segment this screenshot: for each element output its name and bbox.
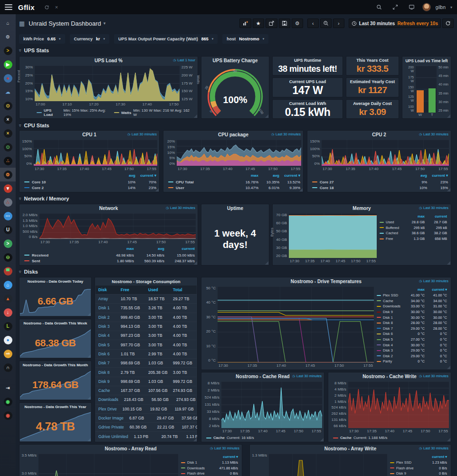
- save-button[interactable]: [279, 19, 290, 28]
- panel-time-override[interactable]: ◷Last 30 minutes: [419, 206, 448, 210]
- panel-time-override[interactable]: ◷Last 30 minutes: [292, 374, 322, 378]
- sidebar-item[interactable]: ▶: [0, 57, 16, 71]
- panel-time-override[interactable]: ◷Last 30 minutes: [419, 132, 448, 136]
- sidebar-item[interactable]: ⌂: [0, 16, 16, 30]
- search-icon[interactable]: [376, 4, 382, 10]
- ups-load-chart[interactable]: [35, 66, 180, 101]
- sidebar-item[interactable]: ∴: [0, 154, 16, 168]
- app-icon: >: [4, 239, 12, 248]
- panel-time-override[interactable]: ◷Last 30 minutes: [419, 374, 448, 378]
- panel-time-override[interactable]: ◷Last 1 hour: [173, 58, 195, 62]
- zoom-out-button[interactable]: [320, 19, 332, 28]
- panel-time-override[interactable]: ◷Last 30 minutes: [166, 206, 195, 210]
- close-icon[interactable]: ×: [55, 4, 58, 10]
- panel-ups-load: UPS Load % ◷Last 1 hour Percent 30%25%20…: [19, 56, 198, 119]
- sidebar-item[interactable]: ▼: [0, 181, 16, 195]
- legend-swatch: [206, 438, 211, 438]
- tv-mode-icon[interactable]: [409, 4, 415, 10]
- stat-value: 38 minutes left!: [278, 63, 337, 75]
- section-network-memory[interactable]: ▿ Network / Memory: [19, 196, 69, 201]
- refresh-dashboard-button[interactable]: [442, 19, 454, 28]
- chevron-down-icon[interactable]: ▾: [104, 21, 106, 26]
- app-icon: ◉: [4, 398, 12, 406]
- array-write-chart[interactable]: [269, 454, 387, 476]
- array-read-chart[interactable]: [38, 454, 178, 476]
- sidebar-item[interactable]: ×: [0, 126, 16, 140]
- panel-time-override[interactable]: ◷Last 30 minutes: [419, 279, 448, 283]
- table-row: Disk 1 735.55 GB 3.26 TB 4.00 TB: [95, 303, 197, 312]
- sidebar-item[interactable]: >: [0, 237, 16, 250]
- section-disks[interactable]: ▿ Disks: [19, 269, 38, 275]
- fullscreen-icon[interactable]: [392, 4, 398, 10]
- sidebar-item[interactable]: ⊙: [0, 99, 16, 113]
- panel-time-override[interactable]: ◷Last 30 minutes: [271, 132, 301, 136]
- dashboard-title[interactable]: Unraid System Dashboard: [29, 20, 101, 27]
- sidebar-item[interactable]: ⊙: [0, 140, 16, 154]
- menu-icon[interactable]: [5, 4, 12, 10]
- refresh-icon[interactable]: [44, 5, 49, 10]
- section-ups-stats[interactable]: ▿ UPS Stats: [19, 48, 49, 53]
- network-chart[interactable]: [39, 213, 196, 239]
- sidebar-item[interactable]: ▲: [0, 292, 16, 305]
- star-button[interactable]: ★: [253, 19, 264, 28]
- stat-value: 68.38 GB: [19, 327, 91, 358]
- panel-time-override[interactable]: ◷Last 30 minutes: [127, 132, 157, 136]
- sidebar-item[interactable]: ↓: [0, 305, 16, 319]
- cpu2-chart[interactable]: [322, 140, 449, 166]
- sidebar-item[interactable]: ∴: [0, 195, 16, 209]
- panel-time-override[interactable]: ◷Last 30 minutes: [210, 446, 239, 450]
- sidebar-item[interactable]: L: [0, 319, 16, 333]
- storage-table: Disk Free Used Total Array 10.70 TB 18.5…: [95, 286, 197, 442]
- bar-watts[interactable]: [417, 90, 424, 113]
- temperatures-chart[interactable]: [218, 286, 374, 362]
- app-icon: ∴: [4, 198, 12, 207]
- variable-dropdown[interactable]: kWh Price 0.65 ▾: [19, 34, 65, 44]
- sidebar-item[interactable]: ☁: [0, 85, 16, 99]
- time-range-picker[interactable]: Last 30 minutes Refresh every 10s: [349, 19, 441, 28]
- variable-dropdown[interactable]: Currency kr ▾: [70, 34, 110, 44]
- time-forward-button[interactable]: ›: [333, 19, 344, 28]
- memory-chart[interactable]: [289, 213, 377, 258]
- cpu-package-chart[interactable]: [177, 140, 301, 166]
- table-row: Disk 3 994.13 GB 3.00 TB 4.00 TB: [95, 322, 197, 331]
- sidebar-item[interactable]: ×: [0, 113, 16, 126]
- sidebar-item[interactable]: ⊖: [0, 250, 16, 264]
- user-menu[interactable]: gilbn: [436, 5, 446, 10]
- sidebar-item[interactable]: ⚙: [0, 30, 16, 44]
- settings-button[interactable]: ⚙: [292, 19, 303, 28]
- sidebar-item[interactable]: ∩: [0, 361, 16, 374]
- cache-write-chart[interactable]: [348, 381, 449, 428]
- sidebar-item[interactable]: ◉: [0, 395, 16, 409]
- panel-time-override[interactable]: ◷Last 30 minutes: [419, 446, 448, 450]
- panel-current-ups-load: Current UPS Load 147 W: [272, 77, 343, 97]
- avatar[interactable]: [422, 3, 431, 11]
- app-icon: ●: [4, 336, 12, 344]
- refresh-interval[interactable]: Refresh every 10s: [397, 21, 438, 26]
- share-button[interactable]: [266, 19, 277, 28]
- sidebar-item[interactable]: ⇥: [0, 381, 16, 395]
- legend-row: Disk 6 0 °C 0 °C: [377, 331, 447, 337]
- variable-dropdown[interactable]: UPS Max Output Power Capacity (Watt) 865…: [114, 34, 218, 44]
- legend-row: Sent 1.80 MB/s 560.39 kB/s 248.37 kB/s: [24, 258, 195, 264]
- sidebar-item[interactable]: >: [0, 44, 16, 57]
- bar-time-left[interactable]: [428, 88, 436, 113]
- sidebar-item[interactable]: ◉: [0, 409, 16, 422]
- stats-column-b: This Years Cost kr 333.5 Estimated Yearl…: [346, 56, 399, 119]
- sidebar-item[interactable]: ●: [0, 71, 16, 85]
- battery-gauge[interactable]: 0 20 50 100 100%: [201, 65, 269, 118]
- sidebar-item[interactable]: ▀: [0, 264, 16, 278]
- cpu1-chart[interactable]: [34, 140, 157, 166]
- add-panel-button[interactable]: [239, 19, 251, 28]
- section-cpu-stats[interactable]: ▿ CPU Stats: [19, 123, 49, 128]
- sidebar-item[interactable]: ⌂: [0, 278, 16, 292]
- sidebar-item[interactable]: sab: [0, 347, 16, 361]
- sidebar-item[interactable]: ⋯: [0, 209, 16, 223]
- sidebar-item[interactable]: ●: [0, 333, 16, 347]
- app-icon: ⊙: [4, 143, 12, 152]
- sidebar-item[interactable]: ⚙: [0, 168, 16, 181]
- ups-bar-chart[interactable]: [416, 66, 437, 113]
- variable-dropdown[interactable]: host Nostromo ▾: [222, 34, 268, 44]
- time-back-button[interactable]: ‹: [307, 19, 319, 28]
- sidebar-item[interactable]: U: [0, 223, 16, 237]
- cache-read-chart[interactable]: [221, 381, 322, 428]
